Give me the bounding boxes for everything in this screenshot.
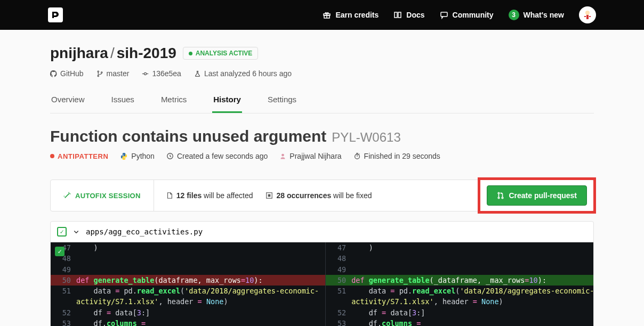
repo-name[interactable]: sih-2019 xyxy=(117,45,176,61)
line-number: 47 xyxy=(326,242,351,253)
branch-meta[interactable]: master xyxy=(96,69,130,78)
commit-icon xyxy=(142,70,149,77)
docs-link[interactable]: Docs xyxy=(393,11,424,19)
issue-lang-label: Python xyxy=(131,152,155,160)
line-number: 50 xyxy=(326,275,351,286)
autofix-session-label: AUTOFIX SESSION xyxy=(75,192,141,200)
line-content xyxy=(351,264,594,275)
line-content: df.columns = xyxy=(351,318,594,326)
files-affected: 12 files will be affected xyxy=(166,191,253,200)
line-content xyxy=(76,264,325,275)
whatsnew-label: What's new xyxy=(524,11,564,19)
tab-history[interactable]: History xyxy=(212,89,242,113)
line-content: df = data[3:] xyxy=(351,307,594,318)
file-header: apps/agg_eco_activities.py xyxy=(51,222,593,242)
line-number: 53 xyxy=(51,318,76,326)
code-line: 49 xyxy=(51,264,325,275)
issue-created-label: Created a few seconds ago xyxy=(177,152,268,160)
occ-count: 28 occurrences xyxy=(276,191,331,200)
person-icon xyxy=(279,153,286,160)
diff-right: 47 )484950def generate_table(_dataframe,… xyxy=(325,242,594,326)
issue-code: PYL-W0613 xyxy=(332,130,400,145)
issue-title: Function contains unused argument xyxy=(50,127,326,145)
line-number xyxy=(51,296,76,307)
svg-point-11 xyxy=(144,72,147,75)
code-line: 48 xyxy=(326,253,594,264)
branch-icon xyxy=(96,70,103,77)
tab-settings[interactable]: Settings xyxy=(267,89,297,113)
line-content: df = data[3:] xyxy=(76,307,325,318)
issue-meta: ANTIPATTERN Python Created a few seconds… xyxy=(50,152,594,160)
autofix-actions: Create pull-request xyxy=(480,180,593,211)
occurrences-fixed: 28 occurrences will be fixed xyxy=(265,191,372,200)
code-line: 53 df.columns = xyxy=(326,318,594,326)
source-label: GitHub xyxy=(60,69,84,78)
svg-rect-3 xyxy=(441,12,447,17)
line-content: data = pd.read_excel('data/2018/aggregat… xyxy=(351,286,594,296)
line-content: activity/S7.1.xlsx', header = None) xyxy=(351,296,594,307)
earn-credits-link[interactable]: Earn credits xyxy=(323,11,379,19)
svg-point-20 xyxy=(498,197,500,199)
files-icon xyxy=(166,192,173,199)
svg-point-19 xyxy=(498,192,500,194)
whatsnew-link[interactable]: 3 What's new xyxy=(509,10,564,20)
logo-icon xyxy=(51,11,60,19)
stopwatch-icon xyxy=(353,152,361,160)
diff-left: 47 )484950def generate_table(dataframe, … xyxy=(51,242,325,326)
code-line: 51 data = pd.read_excel('data/2018/aggre… xyxy=(51,286,325,296)
analyzed-label: Last analyzed 6 hours ago xyxy=(204,69,292,78)
line-content: def generate_table(_dataframe, _max_rows… xyxy=(351,275,594,286)
topbar-nav: Earn credits Docs Community 3 What's new xyxy=(323,6,596,23)
chevron-down-icon[interactable] xyxy=(73,229,79,235)
hunk-checkbox[interactable] xyxy=(55,247,65,256)
line-number: 53 xyxy=(326,318,351,326)
python-icon xyxy=(120,152,128,160)
autofix-session: AUTOFIX SESSION xyxy=(51,180,154,211)
tab-issues[interactable]: Issues xyxy=(110,89,135,113)
line-number: 50 xyxy=(51,275,76,286)
repo-owner[interactable]: pnijhara xyxy=(50,45,108,61)
repo-header: pnijhara/sih-2019 ANALYSIS ACTIVE GitHub… xyxy=(50,30,594,113)
svg-point-8 xyxy=(98,71,99,72)
issue-lang: Python xyxy=(120,152,155,160)
tabs: Overview Issues Metrics History Settings xyxy=(50,89,594,113)
issue-created: Created a few seconds ago xyxy=(166,152,268,160)
svg-point-21 xyxy=(502,197,504,199)
line-number xyxy=(326,296,351,307)
logo[interactable] xyxy=(48,7,63,22)
line-number: 51 xyxy=(326,286,351,296)
status-dot-icon xyxy=(189,52,192,55)
svg-point-9 xyxy=(98,75,99,76)
source-meta: GitHub xyxy=(50,69,84,78)
code-line: 50def generate_table(dataframe, max_rows… xyxy=(51,275,325,286)
autofix-stats: 12 files will be affected 28 occurrences… xyxy=(154,180,481,211)
pr-icon xyxy=(497,192,504,199)
line-content: ) xyxy=(351,242,594,253)
code-line: 48 xyxy=(51,253,325,264)
commit-meta[interactable]: 136e5ea xyxy=(142,69,181,78)
community-label: Community xyxy=(453,11,494,19)
community-link[interactable]: Community xyxy=(440,11,494,19)
tab-overview[interactable]: Overview xyxy=(50,89,86,113)
line-content xyxy=(351,253,594,264)
tab-metrics[interactable]: Metrics xyxy=(160,89,188,113)
files-count: 12 files xyxy=(176,191,202,200)
line-number: 49 xyxy=(326,264,351,275)
commit-label: 136e5ea xyxy=(152,69,181,78)
line-content: df.columns = xyxy=(76,318,325,326)
create-pr-button[interactable]: Create pull-request xyxy=(487,185,587,206)
wand-icon xyxy=(63,192,71,199)
svg-point-15 xyxy=(281,153,284,156)
status-badge: ANALYSIS ACTIVE xyxy=(183,47,258,60)
chat-icon xyxy=(440,11,448,19)
earn-credits-label: Earn credits xyxy=(335,11,379,19)
line-number: 48 xyxy=(326,253,351,264)
red-dot-icon xyxy=(50,154,54,158)
clock-icon xyxy=(166,152,174,160)
code-line: 52 df = data[3:] xyxy=(51,307,325,318)
svg-rect-18 xyxy=(269,194,271,197)
avatar[interactable] xyxy=(579,6,596,23)
code-line: 49 xyxy=(326,264,594,275)
file-checkbox[interactable] xyxy=(57,227,67,237)
whatsnew-badge: 3 xyxy=(509,10,519,20)
